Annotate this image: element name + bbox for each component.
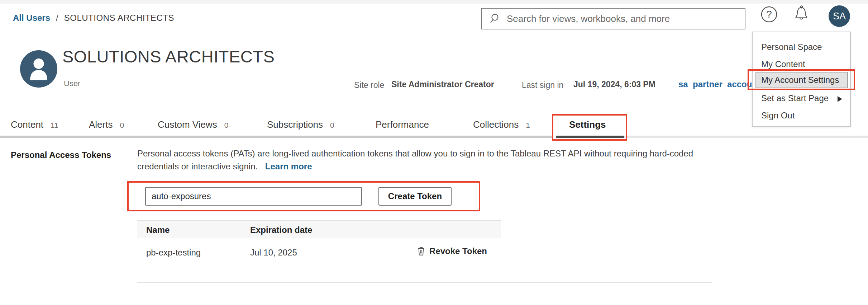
search-box[interactable] (481, 8, 745, 29)
learn-more-link[interactable]: Learn more (265, 161, 312, 171)
tab-subscriptions[interactable]: Subscriptions 0 (267, 119, 334, 130)
tab-settings[interactable]: Settings (569, 119, 606, 130)
bell-icon (793, 4, 810, 22)
last-sign-in-value: Jul 19, 2024, 6:03 PM (573, 80, 655, 89)
tab-alerts-label: Alerts (89, 119, 113, 130)
tab-settings-label: Settings (569, 119, 606, 130)
page-title: SOLUTIONS ARCHITECTS (62, 47, 275, 66)
site-role-value: Site Administrator Creator (391, 80, 494, 89)
menu-item-sign-out[interactable]: Sign Out (761, 111, 795, 121)
breadcrumb-current: SOLUTIONS ARCHITECTS (64, 13, 174, 23)
trash-icon (416, 246, 426, 256)
profile-avatar (20, 50, 57, 88)
revoke-token-label: Revoke Token (429, 246, 487, 256)
token-table: Name Expiration date pb-exp-testing Jul … (137, 220, 501, 266)
account-menu: Personal Space My Content My Account Set… (752, 32, 851, 127)
tab-custom-views-count: 0 (224, 121, 229, 130)
svg-text:?: ? (766, 9, 772, 20)
tab-subscriptions-count: 0 (330, 121, 334, 130)
tab-performance[interactable]: Performance (376, 119, 429, 130)
last-sign-in-label: Last sign in (522, 80, 563, 90)
menu-item-set-as-start-page[interactable]: Set as Start Page (761, 93, 842, 103)
help-icon: ? (760, 6, 778, 23)
tab-content-label: Content (11, 119, 43, 130)
menu-item-set-as-start-page-label: Set as Start Page (761, 93, 829, 103)
breadcrumb-all-users-link[interactable]: All Users (13, 13, 50, 23)
pat-description: Personal access tokens (PATs) are long-l… (137, 147, 732, 173)
section-label-personal-access-tokens: Personal Access Tokens (11, 150, 111, 160)
pat-description-line2: credentials or interactive signin. Learn… (137, 160, 732, 173)
submenu-arrow-icon (838, 96, 842, 102)
tab-content[interactable]: Content 11 (11, 119, 58, 130)
site-role-label: Site role (354, 80, 384, 90)
token-expiration-cell: Jul 10, 2025 (250, 248, 297, 258)
top-strip (0, 0, 868, 4)
menu-item-my-account-settings[interactable]: My Account Settings (755, 72, 848, 88)
tabbar-line-right (624, 136, 868, 138)
active-tab-indicator (556, 136, 624, 138)
tab-collections-count: 1 (526, 121, 530, 130)
tab-subscriptions-label: Subscriptions (267, 119, 323, 130)
profile-subtitle: User (64, 79, 80, 88)
token-name-input[interactable] (145, 187, 362, 206)
section-divider (137, 282, 712, 283)
help-button[interactable]: ? (760, 6, 778, 23)
column-header-expiration-date: Expiration date (250, 225, 312, 235)
tab-performance-label: Performance (376, 119, 429, 130)
breadcrumb: All Users / SOLUTIONS ARCHITECTS (13, 13, 174, 23)
breadcrumb-separator: / (56, 13, 58, 23)
tabbar-line (0, 136, 553, 138)
account-name-link[interactable]: sa_partner_accou (678, 79, 752, 89)
tab-collections-label: Collections (473, 119, 519, 130)
pat-description-line1: Personal access tokens (PATs) are long-l… (137, 147, 732, 160)
token-table-header: Name Expiration date (137, 220, 501, 238)
notifications-button[interactable] (793, 4, 810, 22)
token-name-cell: pb-exp-testing (146, 248, 201, 258)
create-token-button[interactable]: Create Token (378, 187, 452, 206)
pat-description-line2-text: credentials or interactive signin. (137, 161, 258, 171)
menu-item-my-account-settings-label: My Account Settings (761, 75, 839, 85)
table-row: pb-exp-testing Jul 10, 2025 Revoke Token (137, 238, 501, 266)
person-icon (20, 50, 57, 88)
revoke-token-button[interactable]: Revoke Token (416, 246, 487, 256)
tab-collections[interactable]: Collections 1 (473, 119, 530, 130)
menu-item-personal-space[interactable]: Personal Space (761, 42, 822, 52)
tab-alerts-count: 0 (120, 121, 124, 130)
tab-alerts[interactable]: Alerts 0 (89, 119, 124, 130)
tab-custom-views[interactable]: Custom Views 0 (158, 119, 228, 130)
search-icon (489, 12, 502, 25)
tab-custom-views-label: Custom Views (158, 119, 217, 130)
menu-item-my-content[interactable]: My Content (761, 59, 805, 69)
tab-content-count: 11 (51, 121, 58, 130)
user-avatar-button[interactable]: SA (829, 5, 850, 27)
column-header-name: Name (146, 225, 170, 235)
search-input[interactable] (507, 13, 736, 24)
